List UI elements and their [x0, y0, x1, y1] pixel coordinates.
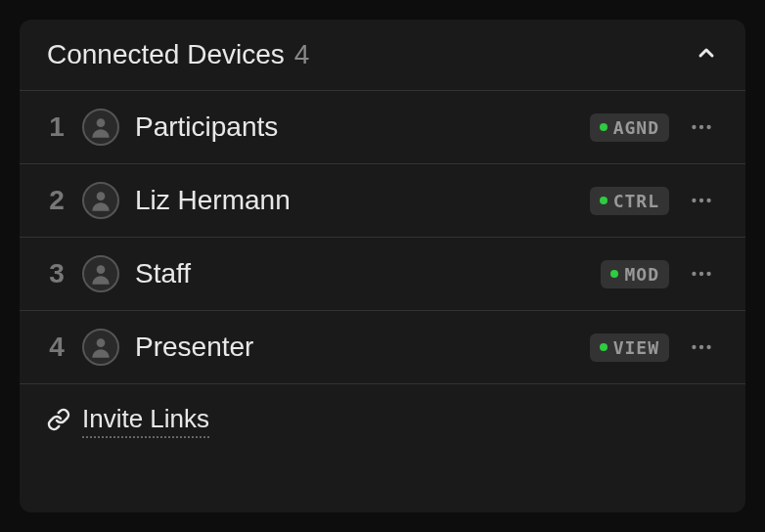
device-row: 1 Participants AGND [20, 91, 745, 164]
avatar-icon [82, 109, 119, 146]
svg-point-0 [97, 118, 106, 127]
device-index: 1 [47, 111, 67, 143]
device-row: 4 Presenter VIEW [20, 311, 745, 384]
device-name: Presenter [135, 332, 574, 363]
svg-point-12 [97, 338, 106, 347]
device-index: 3 [47, 258, 67, 289]
svg-point-3 [706, 125, 710, 129]
device-index: 4 [47, 332, 67, 363]
status-dot-icon [610, 270, 618, 278]
invite-links-button[interactable]: Invite Links [20, 384, 745, 458]
avatar-icon [82, 329, 119, 366]
chevron-up-icon [695, 41, 718, 68]
invite-links-label: Invite Links [82, 404, 209, 438]
avatar-icon [82, 182, 119, 219]
status-badge: MOD [601, 260, 669, 288]
svg-point-4 [97, 192, 106, 200]
status-dot-icon [600, 197, 608, 204]
device-row: 2 Liz Hermann CTRL [20, 164, 745, 238]
svg-point-14 [699, 345, 703, 349]
more-button[interactable] [685, 184, 718, 217]
badge-label: CTRL [613, 191, 659, 211]
svg-point-10 [699, 272, 703, 276]
status-badge: CTRL [590, 187, 669, 215]
device-count: 4 [294, 39, 310, 70]
badge-label: VIEW [613, 337, 659, 358]
svg-point-13 [692, 345, 696, 349]
status-badge: AGND [590, 113, 669, 142]
device-name: Participants [135, 111, 574, 143]
svg-point-9 [692, 272, 696, 276]
panel-header[interactable]: Connected Devices 4 [20, 20, 745, 91]
svg-point-15 [706, 345, 710, 349]
more-button[interactable] [685, 257, 718, 290]
svg-point-5 [692, 199, 696, 202]
status-badge: VIEW [590, 333, 669, 362]
badge-label: MOD [624, 264, 659, 285]
more-button[interactable] [685, 331, 718, 364]
device-name: Staff [135, 258, 585, 289]
device-index: 2 [47, 185, 67, 216]
link-icon [47, 408, 70, 435]
svg-point-8 [97, 265, 106, 274]
device-name: Liz Hermann [135, 185, 574, 216]
panel-title: Connected Devices [47, 39, 285, 70]
svg-point-2 [699, 125, 703, 129]
svg-point-6 [699, 199, 703, 202]
avatar-icon [82, 255, 119, 292]
status-dot-icon [600, 123, 608, 131]
svg-point-7 [706, 199, 710, 202]
status-dot-icon [600, 343, 608, 351]
badge-label: AGND [613, 117, 659, 138]
connected-devices-panel: Connected Devices 4 1 Participants AGND … [20, 20, 745, 512]
svg-point-1 [692, 125, 696, 129]
device-list: 1 Participants AGND 2 Liz Hermann CTRL [20, 91, 745, 384]
more-button[interactable] [685, 111, 718, 144]
svg-point-11 [706, 272, 710, 276]
device-row: 3 Staff MOD [20, 238, 745, 311]
